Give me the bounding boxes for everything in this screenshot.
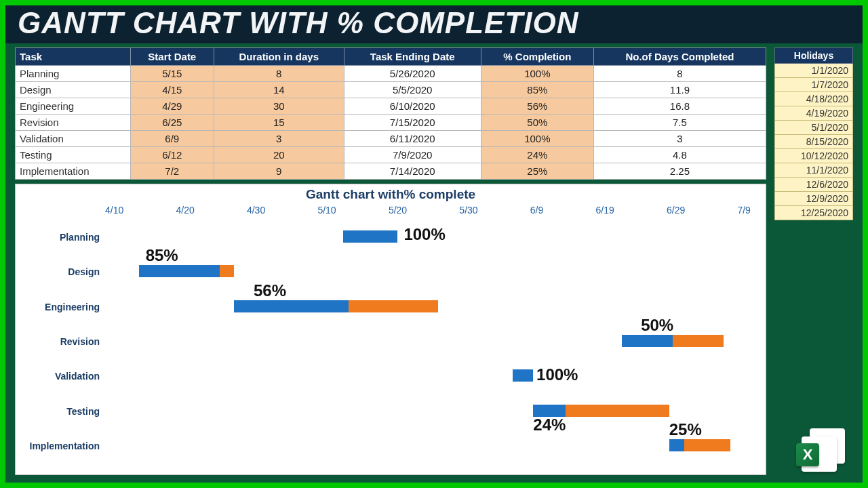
cell-done: 4.8 [593,147,766,163]
col-task: Task [16,48,131,66]
cell-start: 4/15 [130,82,214,98]
gantt-row: 85% [105,265,751,279]
cell-pct: 100% [481,66,593,82]
cell-end: 5/5/2020 [344,82,481,98]
cell-pct: 24% [481,147,593,163]
cell-end: 5/26/2020 [344,66,481,82]
holiday-date: 1/1/2020 [775,64,853,78]
gantt-bar [234,300,438,312]
cell-done: 2.25 [593,163,766,180]
holidays-header: Holidays [775,48,853,64]
bar-segment-completed [622,335,673,347]
cell-start: 6/12 [130,147,214,163]
bar-segment-completed [513,369,533,382]
x-tick: 4/30 [247,205,265,216]
y-label: Implementation [24,441,100,451]
bar-segment-remaining [684,439,730,451]
slide: GANTT CHART WITH % COMPLETION Task Start… [5,5,863,483]
bar-segment-remaining [220,265,234,277]
col-duration: Duration in days [214,48,344,66]
y-axis-labels: PlanningDesignEngineeringRevisionValidat… [24,220,100,464]
bar-segment-remaining [673,335,724,347]
table-row: Testing6/12207/9/202024%4.8 [16,147,766,163]
cell-pct: 100% [481,131,593,147]
cell-start: 6/9 [130,131,214,147]
cell-end: 6/11/2020 [344,131,481,147]
cell-task: Implementation [16,163,131,180]
cell-task: Design [16,82,131,98]
bar-rows: 100%85%56%50%100%24%25% [105,220,751,464]
gantt-bar [669,439,730,451]
col-end: Task Ending Date [344,48,481,66]
bar-segment-remaining [349,300,438,312]
banner-title: GANTT CHART WITH % COMPLETION [5,5,863,43]
holiday-date: 11/1/2020 [775,163,853,178]
x-tick: 6/19 [596,205,614,216]
cell-done: 16.8 [593,98,766,115]
holiday-date: 5/1/2020 [775,121,853,135]
gantt-row: 100% [105,369,751,383]
pct-label: 25% [669,420,702,439]
excel-icon: X [797,428,845,470]
table-row: Design4/15145/5/202085%11.9 [16,82,766,98]
cell-end: 7/9/2020 [344,147,481,163]
x-tick: 7/9 [737,205,750,216]
cell-task: Testing [16,147,131,163]
holiday-date: 4/18/2020 [775,92,853,106]
col-done: No.of Days Completed [593,48,766,66]
y-label: Validation [24,371,100,382]
cell-end: 6/10/2020 [344,98,481,115]
y-label: Planning [24,232,100,243]
bar-segment-completed [234,300,348,312]
x-tick: 6/9 [530,205,543,216]
cell-start: 5/15 [130,66,214,82]
right-column: Holidays 1/1/20201/7/20204/18/20204/19/2… [774,47,853,475]
cell-task: Validation [16,131,131,147]
x-axis-ticks: 4/104/204/305/105/205/306/96/196/297/9 [105,203,751,220]
cell-pct: 25% [481,163,593,180]
x-tick: 5/30 [459,205,477,216]
gantt-row: 24% [105,405,751,418]
cell-done: 7.5 [593,115,766,131]
cell-done: 3 [593,131,766,147]
y-label: Engineering [24,302,100,312]
cell-task: Planning [16,66,131,82]
cell-duration: 8 [214,66,344,82]
bar-segment-remaining [566,405,669,417]
table-row: Validation6/936/11/2020100%3 [16,131,766,147]
gantt-chart: Gantt chart with% complete 4/104/204/305… [15,184,766,475]
x-tick: 5/20 [389,205,407,216]
bar-segment-completed [669,439,685,451]
cell-duration: 9 [214,163,344,180]
gantt-row: 50% [105,335,751,348]
gantt-row: 100% [105,230,751,244]
holiday-date: 1/7/2020 [775,78,853,92]
cell-task: Engineering [16,98,131,115]
holiday-date: 4/19/2020 [775,106,853,121]
y-label: Testing [24,406,100,417]
plot-area: PlanningDesignEngineeringRevisionValidat… [105,220,751,464]
bar-segment-completed [343,230,397,243]
content: Task Start Date Duration in days Task En… [5,43,863,482]
cell-task: Revision [16,115,131,131]
cell-duration: 14 [214,82,344,98]
x-tick: 5/10 [317,205,336,216]
pct-label: 85% [146,246,178,265]
cell-pct: 50% [481,115,593,131]
holiday-date: 10/12/2020 [775,149,853,163]
cell-end: 7/15/2020 [344,115,481,131]
col-start: Start Date [130,48,214,66]
pct-label: 24% [533,415,566,434]
cell-pct: 56% [481,98,593,115]
table-header-row: Task Start Date Duration in days Task En… [16,48,766,66]
excel-x-badge: X [796,443,819,466]
cell-duration: 3 [214,131,344,147]
cell-end: 7/14/2020 [344,163,481,180]
pct-label: 100% [536,365,578,384]
cell-start: 6/25 [130,115,214,131]
gantt-row: 56% [105,300,751,314]
left-column: Task Start Date Duration in days Task En… [15,47,766,475]
bar-segment-completed [139,265,220,277]
pct-label: 56% [254,281,286,300]
cell-start: 4/29 [130,98,214,115]
